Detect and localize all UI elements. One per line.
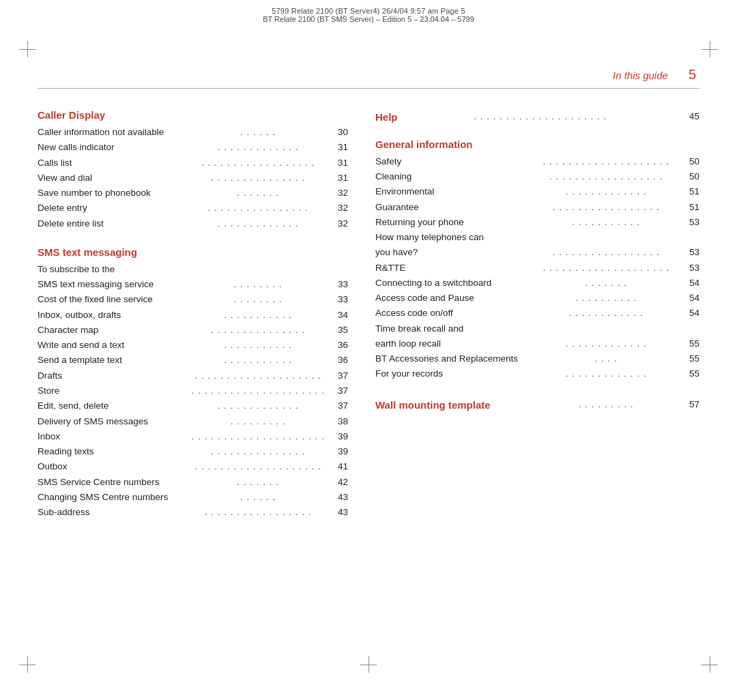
toc-page: 39	[332, 429, 348, 444]
toc-label: Write and send a text	[38, 338, 185, 353]
toc-item: Delete entire list . . . . . . . . . . .…	[38, 216, 348, 231]
toc-label: BT Accessories and Replacements	[375, 351, 530, 366]
toc-page: 32	[332, 216, 348, 231]
toc-dots: . . . . . . . . . . . . .	[185, 216, 332, 231]
toc-dots: . . . . . . . . . . . . . . . . . . . .	[185, 459, 332, 474]
toc-item: Write and send a text . . . . . . . . . …	[38, 338, 348, 353]
toc-item: Edit, send, delete . . . . . . . . . . .…	[38, 398, 348, 413]
toc-label: Character map	[38, 323, 185, 338]
toc-dots: . . . . . . . . . . . . . . .	[185, 323, 332, 338]
toc-label: Changing SMS Centre numbers	[38, 490, 185, 505]
toc-label: Inbox, outbox, drafts	[38, 308, 185, 323]
toc-item: earth loop recall . . . . . . . . . . . …	[375, 336, 699, 351]
toc-item: Time break recall and	[375, 321, 699, 336]
toc-item: Send a template text . . . . . . . . . .…	[38, 353, 348, 368]
toc-item: Reading texts . . . . . . . . . . . . . …	[38, 444, 348, 459]
meta-line2: BT Relate 2100 (BT SMS Server) – Edition…	[263, 15, 474, 23]
toc-label: Drafts	[38, 368, 185, 383]
toc-page: 39	[332, 444, 348, 459]
toc-page: 34	[332, 308, 348, 323]
toc-label: Time break recall and	[375, 321, 530, 336]
toc-page: 55	[683, 351, 699, 366]
toc-item: Caller information not available . . . .…	[38, 125, 348, 140]
toc-page: 57	[683, 397, 699, 414]
help-entry: Help . . . . . . . . . . . . . . . . . .…	[375, 109, 699, 126]
toc-label: How many telephones can	[375, 230, 530, 245]
toc-label: View and dial	[38, 171, 185, 186]
right-column: Help . . . . . . . . . . . . . . . . . .…	[369, 109, 699, 535]
toc-label: Outbox	[38, 459, 185, 474]
toc-item: To subscribe to the	[38, 262, 348, 277]
toc-page	[332, 262, 348, 277]
toc-dots: . . . . . . . . . . . . .	[530, 184, 684, 199]
toc-item: SMS text messaging service . . . . . . .…	[38, 277, 348, 292]
toc-dots: . . . . . . .	[530, 276, 684, 291]
crosshair-bottom-left	[19, 656, 35, 673]
toc-item: Inbox . . . . . . . . . . . . . . . . . …	[38, 429, 348, 444]
toc-dots: . . . . . . . . . . . . . . . . . . . . …	[185, 429, 332, 444]
wall-mounting-item: Wall mounting template . . . . . . . . .…	[375, 397, 699, 414]
main-content: Caller Display Caller information not av…	[0, 89, 737, 555]
page-container: 5799 Relate 2100 (BT Server4) 26/4/04 9:…	[0, 0, 737, 700]
toc-dots: . . . . . . . . . . . . . . . . . . . .	[530, 261, 684, 276]
toc-page: 32	[332, 201, 348, 216]
toc-dots: . . . . . . . . . . . . . . . . .	[530, 200, 684, 215]
toc-page: 54	[683, 276, 699, 291]
toc-label: Delivery of SMS messages	[38, 414, 185, 429]
toc-label: R&TTE	[375, 261, 530, 276]
toc-label: Cost of the fixed line service	[38, 292, 185, 307]
toc-label: Caller information not available	[38, 125, 185, 140]
toc-dots: . . . . . . . . . . .	[530, 215, 684, 230]
toc-dots: . . . . . . .	[185, 475, 332, 490]
toc-page: 43	[332, 490, 348, 505]
toc-label: Connecting to a switchboard	[375, 276, 530, 291]
toc-page: 37	[332, 368, 348, 383]
toc-item: Cleaning . . . . . . . . . . . . . . . .…	[375, 169, 699, 184]
toc-dots: . . . . . . . . . . . . .	[530, 336, 684, 351]
caller-display-section: Caller Display Caller information not av…	[38, 109, 348, 231]
toc-dots: . . . . . . . . . . .	[185, 353, 332, 368]
toc-dots	[530, 230, 684, 245]
toc-page: 42	[332, 475, 348, 490]
toc-item: Access code and Pause . . . . . . . . . …	[375, 291, 699, 306]
toc-item: you have? . . . . . . . . . . . . . . . …	[375, 245, 699, 260]
toc-page: 50	[683, 154, 699, 169]
toc-item: Delete entry . . . . . . . . . . . . . .…	[38, 201, 348, 216]
toc-page: 53	[683, 245, 699, 260]
toc-dots: . . . . . . . . . . . . . . . . . . . .	[185, 368, 332, 383]
toc-dots: . . . . . . . . .	[530, 397, 684, 414]
toc-dots: . . . . . . . . . . . . .	[185, 140, 332, 155]
toc-dots: . . . . . . . .	[185, 292, 332, 307]
toc-page: 31	[332, 156, 348, 171]
toc-dots: . . . .	[530, 351, 684, 366]
toc-dots: . . . . . . . .	[185, 277, 332, 292]
toc-page: 53	[683, 261, 699, 276]
crosshair-top-right	[702, 41, 718, 57]
toc-dots: . . . . . . . . . . . . . . .	[185, 171, 332, 186]
toc-page: 54	[683, 291, 699, 306]
toc-page: 38	[332, 414, 348, 429]
toc-item: R&TTE . . . . . . . . . . . . . . . . . …	[375, 261, 699, 276]
toc-dots: . . . . . . . . . . . . . . . . . . . .	[530, 154, 684, 169]
toc-dots	[185, 262, 332, 277]
toc-dots: . . . . . . . . . . .	[185, 338, 332, 353]
toc-item: Character map . . . . . . . . . . . . . …	[38, 323, 348, 338]
toc-item: New calls indicator . . . . . . . . . . …	[38, 140, 348, 155]
toc-label: Inbox	[38, 429, 185, 444]
toc-item: Environmental . . . . . . . . . . . . . …	[375, 184, 699, 199]
toc-dots: . . . . . . . . . . . . . . . . . .	[530, 169, 684, 184]
toc-item: View and dial . . . . . . . . . . . . . …	[38, 171, 348, 186]
toc-page: 31	[332, 140, 348, 155]
toc-label: For your records	[375, 366, 530, 381]
toc-dots: . . . . . . . . . . . . . . . . .	[185, 505, 332, 520]
toc-label: Safety	[375, 154, 530, 169]
toc-dots: . . . . . . . . . . . . . . . . .	[530, 245, 684, 260]
toc-page: 54	[683, 306, 699, 321]
toc-page	[683, 230, 699, 245]
toc-dots: . . . . . . . . .	[185, 414, 332, 429]
toc-item: Cost of the fixed line service . . . . .…	[38, 292, 348, 307]
toc-dots: . . . . . . . . . . . . . . .	[185, 444, 332, 459]
toc-page: 41	[332, 459, 348, 474]
toc-label: Calls list	[38, 156, 185, 171]
toc-page: 30	[332, 125, 348, 140]
